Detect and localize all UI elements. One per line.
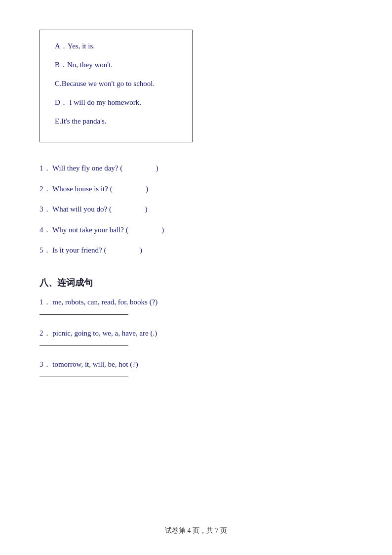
- page: A．Yes, it is. B．No, they won't. C.Becaus…: [0, 0, 392, 555]
- question-1: 1． Will they fly one day? ( ): [39, 162, 353, 175]
- s3-num: 3．: [39, 360, 51, 368]
- s3-text: tomorrow, it, will, be, hot (?): [52, 360, 138, 368]
- s1-text: me, robots, can, read, for, books (?): [52, 298, 157, 306]
- option-d-label: D．: [55, 98, 68, 106]
- option-b: B．No, they won't.: [55, 59, 177, 71]
- s1-answer-line: [39, 310, 128, 315]
- q2-num: 2．: [39, 185, 51, 193]
- q5-close: ): [140, 246, 142, 254]
- q5-blank: [108, 244, 138, 257]
- q3-num: 3．: [39, 205, 51, 213]
- q3-blank: [114, 203, 143, 216]
- q1-num: 1．: [39, 164, 51, 172]
- question-4: 4． Why not take your ball? ( ): [39, 224, 353, 237]
- matching-questions: 1． Will they fly one day? ( ) 2． Whose h…: [39, 162, 353, 257]
- q5-num: 5．: [39, 246, 51, 254]
- s2-answer-line: [39, 341, 128, 346]
- section-eight: 八、连词成句 1． me, robots, can, read, for, bo…: [39, 277, 353, 377]
- footer-text: 试卷第 4 页，共 7 页: [165, 527, 227, 534]
- option-a-text: Yes, it is.: [68, 42, 95, 50]
- q1-text: Will they fly one day? (: [52, 164, 122, 172]
- option-d: D． I will do my homework.: [55, 96, 177, 108]
- q3-close: ): [145, 205, 147, 213]
- q4-close: ): [161, 226, 164, 234]
- option-e-label: E.: [55, 117, 61, 125]
- q3-text: What will you do? (: [52, 205, 112, 213]
- question-5: 5． Is it your friend? ( ): [39, 244, 353, 257]
- q4-blank: [130, 224, 159, 237]
- option-a-label: A．: [55, 42, 68, 50]
- option-c: C.Because we won't go to school.: [55, 78, 177, 89]
- option-e-text: It's the panda's.: [61, 117, 107, 125]
- s3-answer-line: [39, 372, 128, 377]
- option-d-text: I will do my homework.: [68, 98, 141, 106]
- option-a: A．Yes, it is.: [55, 40, 177, 52]
- option-c-label: C.: [55, 80, 62, 87]
- option-c-text: Because we won't go to school.: [62, 80, 155, 87]
- s1-num: 1．: [39, 298, 51, 306]
- q2-blank: [114, 183, 144, 196]
- option-b-label: B．: [55, 61, 67, 69]
- sentence-1: 1． me, robots, can, read, for, books (?): [39, 298, 353, 315]
- question-3: 3． What will you do? ( ): [39, 203, 353, 216]
- page-footer: 试卷第 4 页，共 7 页: [0, 526, 392, 535]
- q4-text: Why not take your ball? (: [52, 226, 128, 234]
- sentence-3: 3． tomorrow, it, will, be, hot (?): [39, 360, 353, 377]
- q2-close: ): [146, 185, 148, 193]
- s2-text: picnic, going to, we, a, have, are (.): [52, 329, 157, 337]
- q2-text: Whose house is it? (: [52, 185, 113, 193]
- option-b-text: No, they won't.: [67, 61, 113, 69]
- answer-options-box: A．Yes, it is. B．No, they won't. C.Becaus…: [39, 30, 193, 142]
- section-eight-title: 八、连词成句: [39, 277, 353, 289]
- q5-text: Is it your friend? (: [52, 246, 106, 254]
- q4-num: 4．: [39, 226, 51, 234]
- sentence-2: 2． picnic, going to, we, a, have, are (.…: [39, 329, 353, 346]
- q1-blank: [124, 162, 154, 175]
- option-e: E.It's the panda's.: [55, 115, 177, 127]
- question-2: 2． Whose house is it? ( ): [39, 183, 353, 196]
- q1-close: ): [156, 164, 158, 172]
- s2-num: 2．: [39, 329, 51, 337]
